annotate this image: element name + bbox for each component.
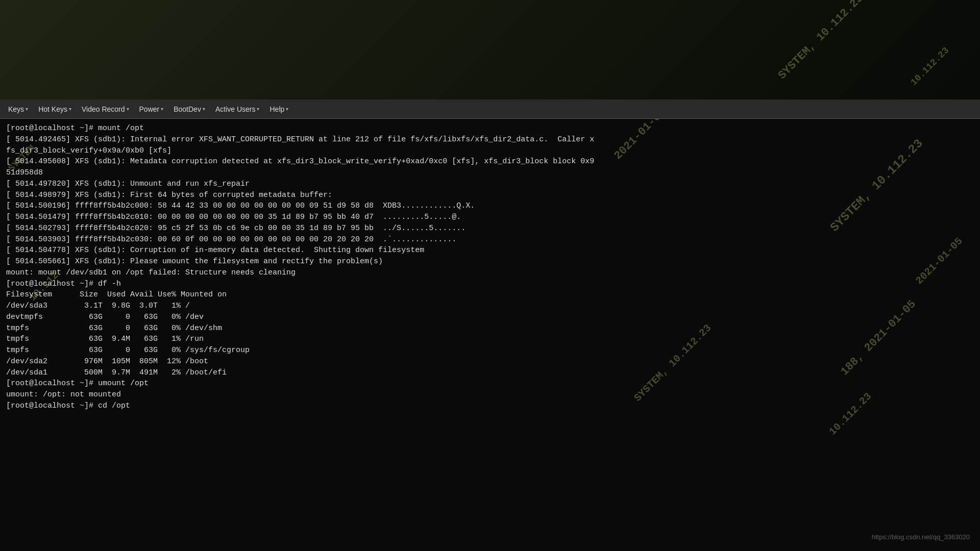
terminal-line-22: /dev/sda1 500M 9.7M 491M 2% /boot/efi xyxy=(6,367,974,379)
videorecord-arrow-icon: ▾ xyxy=(127,106,129,112)
menu-keys[interactable]: Keys ▾ xyxy=(4,103,32,115)
terminal-line-5: [ 5014.497820] XFS (sdb1): Unmount and r… xyxy=(6,179,974,190)
terminal-line-15: Filesystem Size Used Avail Use% Mounted … xyxy=(6,289,974,300)
terminal-line-19: tmpfs 63G 9.4M 63G 1% /run xyxy=(6,334,974,345)
menu-bootdev[interactable]: BootDev ▾ xyxy=(169,103,209,115)
terminal-output: [root@localhost ~]# mount /opt [ 5014.49… xyxy=(0,119,980,551)
terminal-line-21: /dev/sda2 976M 105M 805M 12% /boot xyxy=(6,356,974,367)
terminal-line-8: [ 5014.501479] ffff8ff5b4b2c010: 00 00 0… xyxy=(6,212,974,223)
terminal-line-20: tmpfs 63G 0 63G 0% /sys/fs/cgroup xyxy=(6,345,974,356)
keys-arrow-icon: ▾ xyxy=(26,106,28,112)
menubar: Keys ▾ Hot Keys ▾ Video Record ▾ Power ▾… xyxy=(0,99,980,119)
menu-video-record[interactable]: Video Record ▾ xyxy=(78,103,133,115)
hotkeys-arrow-icon: ▾ xyxy=(69,106,71,112)
terminal-line-16: /dev/sda3 3.1T 9.8G 3.0T 1% / xyxy=(6,300,974,312)
terminal-line-9: [ 5014.502793] ffff8ff5b4b2c020: 95 c5 2… xyxy=(6,223,974,234)
terminal-line-1: [ 5014.492465] XFS (sdb1): Internal erro… xyxy=(6,134,974,145)
terminal-line-25: [root@localhost ~]# cd /opt xyxy=(6,400,974,412)
help-arrow-icon: ▾ xyxy=(286,106,288,112)
terminal-line-12: [ 5014.505661] XFS (sdb1): Please umount… xyxy=(6,256,974,267)
activeusers-arrow-icon: ▾ xyxy=(257,106,259,112)
screen-glare xyxy=(0,0,980,99)
terminal-line-11: [ 5014.504778] XFS (sdb1): Corruption of… xyxy=(6,245,974,256)
terminal-line-0: [root@localhost ~]# mount /opt xyxy=(6,123,974,134)
terminal-line-3: [ 5014.495608] XFS (sdb1): Metadata corr… xyxy=(6,156,974,167)
menu-power[interactable]: Power ▾ xyxy=(135,103,168,115)
url-watermark: https://blog.csdn.net/qq_3363020 xyxy=(872,533,970,541)
terminal-line-2: fs_dir3_block_verify+0x9a/0xb0 [xfs] xyxy=(6,145,974,157)
menu-help[interactable]: Help ▾ xyxy=(265,103,292,115)
terminal-line-14: [root@localhost ~]# df -h xyxy=(6,279,974,290)
terminal-line-6: [ 5014.498979] XFS (sdb1): First 64 byte… xyxy=(6,190,974,201)
terminal-line-7: [ 5014.500196] ffff8ff5b4b2c000: 58 44 4… xyxy=(6,201,974,212)
menu-active-users[interactable]: Active Users ▾ xyxy=(211,103,264,115)
terminal-line-10: [ 5014.503903] ffff8ff5b4b2c030: 00 60 0… xyxy=(6,234,974,245)
terminal-line-23: [root@localhost ~]# umount /opt xyxy=(6,378,974,389)
menu-hot-keys[interactable]: Hot Keys ▾ xyxy=(34,103,76,115)
terminal-line-18: tmpfs 63G 0 63G 0% /dev/shm xyxy=(6,323,974,334)
terminal-line-24: umount: /opt: not mounted xyxy=(6,389,974,400)
bootdev-arrow-icon: ▾ xyxy=(203,106,205,112)
terminal-line-17: devtmpfs 63G 0 63G 0% /dev xyxy=(6,312,974,323)
power-arrow-icon: ▾ xyxy=(161,106,163,112)
terminal-line-13: mount: mount /dev/sdb1 on /opt failed: S… xyxy=(6,267,974,279)
terminal-line-4: 51d958d8 xyxy=(6,167,974,179)
